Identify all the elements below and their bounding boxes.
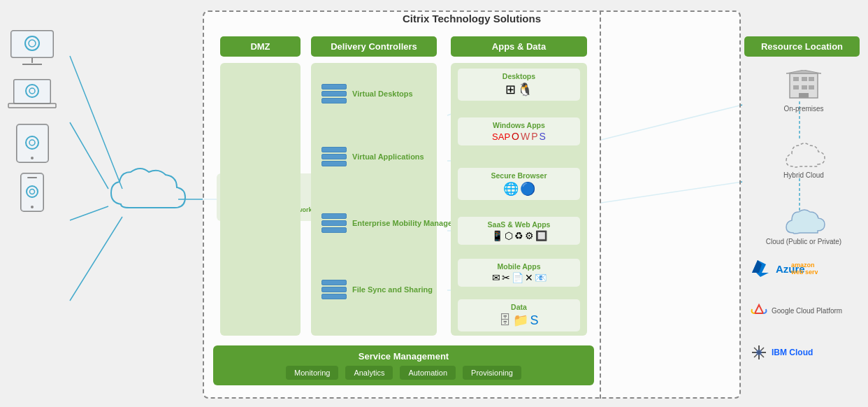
citrix-title-text: Citrix Technology Solutions xyxy=(403,13,541,24)
svg-rect-35 xyxy=(21,173,43,211)
server-unit-3 xyxy=(321,98,347,103)
server-stack-va xyxy=(321,147,347,166)
db-icon: 🗄 xyxy=(499,313,512,328)
cat-windows-title: Windows Apps xyxy=(463,121,574,129)
cat-windows-apps: Windows Apps SAP O W P S xyxy=(458,117,580,145)
folder-icon: 📁 xyxy=(513,313,528,328)
svg-rect-25 xyxy=(14,80,50,103)
google-cloud-label: Google Cloud Platform xyxy=(772,307,842,315)
cat-data-title: Data xyxy=(463,303,574,311)
resource-hybrid-cloud: Hybrid Cloud xyxy=(755,140,853,179)
svg-rect-19 xyxy=(11,31,53,57)
aws-provider: amazon web services xyxy=(790,257,818,277)
cat-desktops: Desktops ⊞ 🐧 xyxy=(458,69,580,101)
dc-virtual-desktops: Virtual Desktops xyxy=(321,84,413,103)
svg-rect-39 xyxy=(27,177,37,178)
resource-cloud: Cloud (Public or Private) xyxy=(755,206,853,245)
dmz-bg xyxy=(220,63,301,336)
chrome-icon: 🔵 xyxy=(520,181,535,197)
monitor-svg xyxy=(7,28,57,67)
google-cloud-svg xyxy=(749,301,769,320)
mobile-icon-4: ✕ xyxy=(525,272,533,283)
svg-rect-48 xyxy=(793,77,799,81)
dc-enterprise-mobility: Enterprise Mobility Management xyxy=(321,213,470,233)
apps-header: Apps & Data xyxy=(451,36,587,57)
server-unit-6 xyxy=(321,161,347,166)
cat-secure-browser: Secure Browser 🌐 🔵 xyxy=(458,168,580,200)
service-automation: Automation xyxy=(400,366,456,380)
sap-icon: SAP xyxy=(492,131,510,142)
cloud-public-label: Cloud (Public or Private) xyxy=(755,238,853,245)
svg-rect-51 xyxy=(793,85,799,90)
cat-data-icons: 🗄 📁 S xyxy=(463,313,574,328)
cat-mobile-icons: ✉ ✂ 📄 ✕ 📧 xyxy=(463,272,574,283)
building-svg xyxy=(783,70,825,105)
separator-line xyxy=(600,10,601,399)
laptop-svg xyxy=(7,76,57,115)
svg-rect-30 xyxy=(17,124,48,162)
fs-label: File Sync and Sharing xyxy=(352,285,433,294)
cat-desktops-icons: ⊞ 🐧 xyxy=(463,82,574,97)
linux-icon: 🐧 xyxy=(517,82,533,97)
server-unit-4 xyxy=(321,147,347,152)
svg-text:amazon: amazon xyxy=(791,262,815,269)
cat-saas: SaaS & Web Apps 📱 ⬡ ♻ ⚙ 🔲 xyxy=(458,217,580,245)
azure-logo-svg xyxy=(749,259,772,278)
devices-section xyxy=(7,28,57,213)
server-unit-9 xyxy=(321,227,347,233)
aws-logo-svg: amazon web services xyxy=(790,257,818,277)
windows-icon: ⊞ xyxy=(505,82,516,97)
device-laptop xyxy=(7,76,57,115)
on-premises-label: On-premises xyxy=(755,105,853,113)
skype-icon: S xyxy=(540,131,546,142)
hybrid-cloud-svg xyxy=(779,140,828,171)
cloud-public-svg xyxy=(779,206,828,238)
word-icon: W xyxy=(521,131,530,142)
svg-rect-53 xyxy=(809,85,814,90)
dc-virtual-apps: Virtual Applications xyxy=(321,147,424,166)
cat-desktops-title: Desktops xyxy=(463,72,574,80)
tablet-svg xyxy=(13,123,52,164)
hybrid-cloud-label: Hybrid Cloud xyxy=(755,171,853,179)
dc-header-area: Delivery Controllers xyxy=(311,36,437,57)
svg-rect-50 xyxy=(809,77,814,81)
svg-rect-49 xyxy=(802,77,807,81)
vd-label: Virtual Desktops xyxy=(352,90,413,98)
citrix-title: Citrix Technology Solutions xyxy=(203,13,741,24)
sharepoint-icon: S xyxy=(530,313,538,328)
service-management-title: Service Management xyxy=(224,351,584,362)
service-monitoring: Monitoring xyxy=(286,366,338,380)
svg-text:web services: web services xyxy=(790,269,818,276)
mobile-icon-2: ✂ xyxy=(502,272,510,283)
cat-saas-icons: 📱 ⬡ ♻ ⚙ 🔲 xyxy=(463,230,574,241)
ibm-cloud-provider: IBM Cloud xyxy=(749,343,813,362)
dc-header: Delivery Controllers xyxy=(311,36,437,57)
svg-point-38 xyxy=(31,206,34,208)
diagram-wrapper: Citrix Technology Solutions xyxy=(0,0,868,407)
server-stack-vd xyxy=(321,84,347,103)
cat-saas-title: SaaS & Web Apps xyxy=(463,220,574,229)
saas-icon-2: ⬡ xyxy=(505,230,513,241)
mobile-icon-3: 📄 xyxy=(512,272,523,283)
cat-browser-title: Secure Browser xyxy=(463,171,574,180)
server-unit-1 xyxy=(321,84,347,90)
cat-data: Data 🗄 📁 S xyxy=(458,299,580,331)
svg-rect-54 xyxy=(799,93,809,98)
content-layer: Citrix Technology Solutions xyxy=(0,0,868,407)
cat-browser-icons: 🌐 🔵 xyxy=(463,181,574,197)
ppt-icon: P xyxy=(531,131,537,142)
cat-mobile: Mobile Apps ✉ ✂ 📄 ✕ 📧 xyxy=(458,259,580,287)
saas-icon-4: ⚙ xyxy=(525,230,534,241)
server-unit-5 xyxy=(321,154,347,159)
server-unit-10 xyxy=(321,280,347,285)
server-unit-2 xyxy=(321,91,347,97)
dc-file-sync: File Sync and Sharing xyxy=(321,280,433,299)
cloud-svg xyxy=(101,162,192,225)
ie-icon: 🌐 xyxy=(503,181,519,197)
cloud-shape xyxy=(101,162,192,228)
service-provisioning: Provisioning xyxy=(463,366,521,380)
ibm-cloud-label: IBM Cloud xyxy=(772,348,813,357)
svg-rect-52 xyxy=(802,85,807,90)
saas-icon-1: 📱 xyxy=(491,230,503,241)
google-cloud-provider: Google Cloud Platform xyxy=(749,301,842,320)
